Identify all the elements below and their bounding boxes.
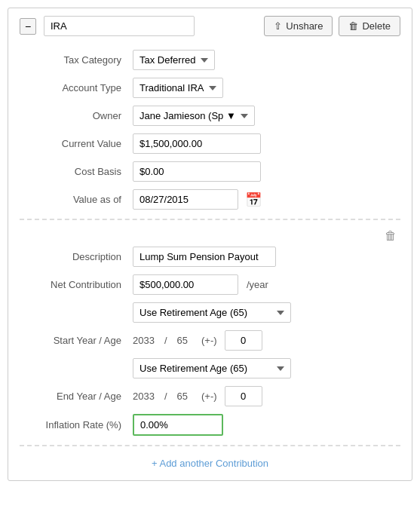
value-as-of-group: 📅 [133, 189, 262, 210]
add-contribution-section: + Add another Contribution [20, 458, 400, 469]
net-contribution-group: /year [133, 274, 268, 295]
add-contribution-link[interactable]: + Add another Contribution [152, 458, 268, 469]
cost-basis-input[interactable] [133, 161, 261, 182]
value-as-of-input[interactable] [133, 189, 238, 210]
net-contribution-row: Net Contribution /year [20, 274, 400, 295]
inflation-rate-input[interactable] [133, 414, 223, 436]
account-type-row: Account Type Traditional IRA Roth IRA SE… [20, 78, 400, 98]
end-year: 2033 [133, 391, 155, 402]
tax-category-label: Tax Category [20, 54, 133, 66]
unshare-button[interactable]: ⇧ Unshare [264, 16, 333, 36]
owner-row: Owner Jane Jamieson (Sp ▼ [20, 106, 400, 126]
end-year-age-group: 2033 / 65 (+-) [133, 386, 262, 406]
value-as-of-row: Value as of 📅 [20, 189, 400, 210]
end-dropdown-row: Use Retirement Age (65) Use a Specific Y… [20, 358, 400, 378]
section-delete-row: 🗑 [20, 229, 400, 243]
end-year-age-label: End Year / Age [20, 391, 133, 402]
end-slash: / [164, 391, 167, 402]
tax-category-select[interactable]: Tax Deferred Tax Free Taxable [133, 50, 215, 70]
start-dropdown-row: Use Retirement Age (65) Use a Specific Y… [20, 302, 400, 323]
section-delete-button[interactable]: 🗑 [381, 229, 400, 243]
description-label: Description [20, 251, 133, 262]
start-slash: / [164, 335, 167, 346]
description-row: Description [20, 247, 400, 267]
account-type-select[interactable]: Traditional IRA Roth IRA SEP IRA [133, 78, 223, 98]
start-pm: (+-) [201, 335, 217, 346]
end-year-age-row: End Year / Age 2033 / 65 (+-) [20, 386, 400, 406]
current-value-row: Current Value [20, 133, 400, 154]
cost-basis-label: Cost Basis [20, 166, 133, 177]
divider-2 [20, 445, 400, 446]
net-contribution-unit: /year [247, 279, 268, 290]
value-as-of-label: Value as of [20, 194, 133, 205]
start-offset-input[interactable] [225, 330, 262, 351]
cost-basis-row: Cost Basis [20, 161, 400, 182]
start-age-dropdown[interactable]: Use Retirement Age (65) Use a Specific Y… [133, 302, 291, 323]
calendar-icon[interactable]: 📅 [245, 192, 262, 208]
header-buttons: ⇧ Unshare 🗑 Delete [264, 16, 400, 36]
header-row: − ⇧ Unshare 🗑 Delete [20, 16, 400, 36]
inflation-rate-row: Inflation Rate (%) [20, 414, 400, 436]
tax-category-row: Tax Category Tax Deferred Tax Free Taxab… [20, 50, 400, 70]
delete-label: Delete [362, 20, 391, 32]
end-offset-input[interactable] [225, 386, 262, 406]
start-year: 2033 [133, 335, 155, 346]
delete-button[interactable]: 🗑 Delete [339, 16, 400, 36]
account-type-label: Account Type [20, 82, 133, 93]
divider-1 [20, 219, 400, 220]
unshare-label: Unshare [286, 20, 323, 32]
net-contribution-input[interactable] [133, 274, 238, 295]
owner-select[interactable]: Jane Jamieson (Sp ▼ [133, 106, 255, 126]
collapse-button[interactable]: − [20, 18, 36, 35]
section-delete-icon: 🗑 [385, 229, 397, 242]
delete-icon: 🗑 [348, 20, 358, 32]
current-value-input[interactable] [133, 133, 261, 154]
net-contribution-label: Net Contribution [20, 279, 133, 290]
end-age: 65 [177, 391, 188, 402]
owner-label: Owner [20, 110, 133, 121]
start-year-age-label: Start Year / Age [20, 335, 133, 346]
account-title-input[interactable] [44, 16, 195, 36]
unshare-icon: ⇧ [274, 20, 282, 32]
start-year-age-group: 2033 / 65 (+-) [133, 330, 262, 351]
end-age-dropdown[interactable]: Use Retirement Age (65) Use a Specific Y… [133, 358, 291, 378]
description-input[interactable] [133, 247, 276, 267]
current-value-label: Current Value [20, 138, 133, 149]
start-age: 65 [177, 335, 188, 346]
inflation-rate-label: Inflation Rate (%) [20, 419, 133, 431]
start-year-age-row: Start Year / Age 2033 / 65 (+-) [20, 330, 400, 351]
end-pm: (+-) [201, 391, 217, 402]
